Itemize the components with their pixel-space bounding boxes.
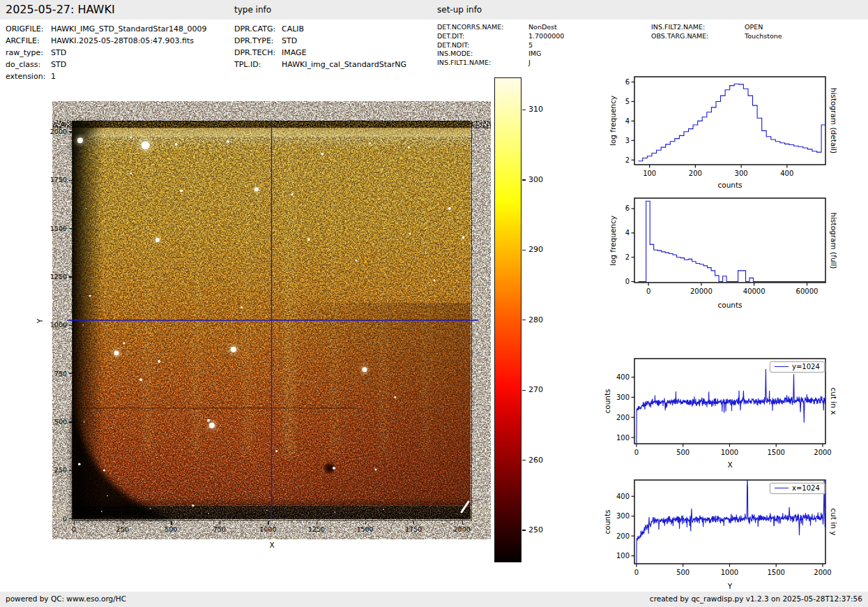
colorbar-tick-label: 270 <box>528 385 543 394</box>
y-tick-label: 200 <box>616 532 630 540</box>
info-label: ORIGFILE: <box>6 23 51 35</box>
colorbar-tick-label: 260 <box>528 456 543 465</box>
info-row: INS.FILT1.NAME:J <box>437 59 564 68</box>
y-tick-label: 0 <box>48 515 67 523</box>
info-label: ARCFILE: <box>6 35 51 47</box>
info-value: 5 <box>528 41 533 50</box>
x-tick-label: 400 <box>780 170 793 177</box>
x-tick-label: 0 <box>634 449 639 456</box>
info-label: INS.FILT1.NAME: <box>437 59 528 68</box>
info-value: STD <box>51 59 66 70</box>
legend-line-sample <box>775 366 789 367</box>
main-xaxis-label: X <box>269 541 274 549</box>
x-tick-label: 2000 <box>814 449 831 456</box>
info-label: TPL.ID: <box>234 59 282 70</box>
y-tick-mark <box>69 131 73 132</box>
y-tick-mark <box>69 373 73 374</box>
info-row: ORIGFILE:HAWKI_IMG_STD_StandardStar148_0… <box>6 23 207 35</box>
y-tick-mark <box>69 518 73 519</box>
x-tick-mark <box>123 521 123 525</box>
x-tick-label: 0 <box>72 525 76 533</box>
x-tick-mark <box>365 521 366 525</box>
y-tick-label: 250 <box>48 466 67 474</box>
y-tick-label: 3 <box>625 137 630 144</box>
info-value: HAWKI_IMG_STD_StandardStar148_0009 <box>51 23 207 35</box>
colorbar-tick-label: 300 <box>528 175 543 184</box>
info-value: CALIB <box>282 23 304 35</box>
info-label: DET.NCORRS.NAME: <box>437 23 528 32</box>
info-row: DET.DIT:1.7000000 <box>437 32 564 41</box>
info-row: ARCFILE:HAWKI.2025-05-28T08:05:47.903.fi… <box>6 35 207 47</box>
x-tick-label: 1500 <box>356 525 373 533</box>
type-info-block: DPR.CATG:CALIBDPR.TYPE:STDDPR.TECH:IMAGE… <box>234 23 406 70</box>
info-value: IMG <box>528 50 541 59</box>
info-label: DPR.TECH: <box>234 47 282 59</box>
info-value: STD <box>51 47 66 59</box>
info-row: DET.NDIT:5 <box>437 41 564 50</box>
info-value: Touchstone <box>745 32 782 41</box>
y-tick-label: 6 <box>625 204 630 212</box>
y-tick-mark <box>69 180 73 181</box>
colorbar-tick-label: 280 <box>528 315 543 324</box>
x-tick-label: 500 <box>165 525 177 533</box>
y-tick-mark <box>69 228 73 229</box>
y-tick-label: 4 <box>625 117 630 125</box>
info-label: DET.DIT: <box>437 32 528 41</box>
y-tick-mark <box>69 470 73 471</box>
file-info-block: ORIGFILE:HAWKI_IMG_STD_StandardStar148_0… <box>6 23 207 82</box>
x-tick-label: 1750 <box>405 525 422 533</box>
info-value: 1 <box>51 70 56 82</box>
info-label: DPR.TYPE: <box>234 35 282 47</box>
y-tick-label: 400 <box>616 373 630 381</box>
header-bar <box>0 0 868 20</box>
y-tick-label: 0 <box>625 278 630 285</box>
y-tick-label: 1500 <box>48 225 67 232</box>
x-tick-label: 1000 <box>721 569 738 576</box>
info-row: extension:1 <box>6 70 207 82</box>
info-value: IMAGE <box>282 47 307 59</box>
y-tick-label: 6 <box>625 78 630 86</box>
colorbar-tick-label: 290 <box>528 245 543 254</box>
info-row: INS.MODE:IMG <box>437 50 564 59</box>
x-tick-label: 40000 <box>743 287 766 295</box>
y-tick-label: 100 <box>616 552 630 560</box>
plot-data <box>639 201 826 281</box>
x-tick-label: 20000 <box>690 287 713 295</box>
footer-created-by: created by qc_rawdisp.py v1.2.3 on 2025-… <box>650 594 862 603</box>
plot-frame <box>634 198 825 283</box>
x-tick-label: 500 <box>676 449 690 456</box>
x-tick-label: 500 <box>676 569 690 576</box>
x-tick-label: 0 <box>646 287 650 295</box>
colorbar-tick-label: 250 <box>528 525 543 534</box>
x-tick-label: 300 <box>735 170 748 177</box>
legend-label: x=1024 <box>792 484 820 492</box>
y-tick-label: 5 <box>625 98 630 105</box>
series-line <box>638 84 825 165</box>
info-label: raw_type: <box>6 47 51 59</box>
info-row: DPR.TYPE:STD <box>234 35 406 47</box>
info-value: 1.7000000 <box>528 32 564 41</box>
x-tick-mark <box>462 521 463 525</box>
info-label: INS.MODE: <box>437 50 528 59</box>
y-tick-label: 2000 <box>48 128 67 135</box>
x-tick-label: 750 <box>213 525 226 533</box>
y-tick-label: 750 <box>48 370 67 377</box>
info-label: INS.FILT2.NAME: <box>651 23 745 32</box>
legend-label: y=1024 <box>792 363 820 370</box>
info-value: J <box>528 59 531 68</box>
x-tick-mark <box>220 521 220 525</box>
panel-histogram-full-: 02000040000600000246 <box>603 190 837 313</box>
plot-data <box>637 369 827 443</box>
colorbar-tick-mark <box>522 530 526 530</box>
info-label: OBS.TARG.NAME: <box>651 32 745 41</box>
y-tick-mark <box>69 421 73 422</box>
raw-image-plot <box>72 121 472 520</box>
info-label: extension: <box>6 70 51 82</box>
colorbar-tick-mark <box>522 250 526 250</box>
legend-cut-in-y: x=1024 <box>770 483 825 494</box>
colorbar-tick-mark <box>522 179 526 180</box>
x-tick-mark <box>74 521 75 525</box>
setup-info-block-1: DET.NCORRS.NAME:NonDestDET.DIT:1.7000000… <box>437 23 564 68</box>
x-tick-label: 1500 <box>768 569 785 576</box>
x-tick-label: 60000 <box>796 287 818 295</box>
